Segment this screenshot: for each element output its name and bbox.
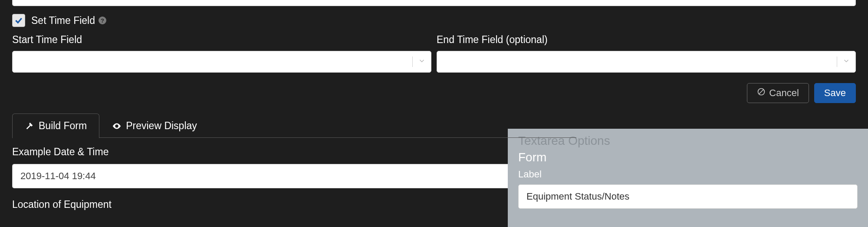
start-time-label: Start Time Field (12, 34, 431, 46)
start-time-col: Start Time Field (12, 34, 431, 73)
chevron-down-icon (418, 56, 426, 67)
eye-icon (112, 121, 122, 131)
chevron-down-icon (842, 56, 850, 67)
button-row: Cancel Save (12, 83, 856, 103)
panel-label: Label (518, 169, 858, 180)
set-time-field-row: Set Time Field ? (12, 14, 856, 27)
cancel-button[interactable]: Cancel (747, 83, 809, 103)
svg-line-1 (759, 90, 763, 94)
save-label: Save (824, 87, 846, 99)
save-button[interactable]: Save (814, 83, 856, 103)
example-date-input[interactable] (12, 164, 558, 188)
date-input-group (12, 164, 582, 188)
textarea-options-panel: Textarea Options Form Label (508, 129, 868, 227)
select-divider (412, 57, 413, 67)
help-icon[interactable]: ? (99, 17, 106, 24)
tab-preview-label: Preview Display (126, 120, 197, 132)
tab-build-label: Build Form (39, 120, 87, 132)
cancel-icon (757, 87, 766, 99)
select-divider (837, 57, 837, 67)
tab-build-form[interactable]: Build Form (12, 114, 99, 138)
panel-label-input[interactable] (518, 184, 858, 209)
start-time-select[interactable] (12, 51, 431, 73)
time-fields-row: Start Time Field End Time Field (optiona… (12, 34, 856, 73)
tab-preview-display[interactable]: Preview Display (99, 114, 210, 138)
end-time-select[interactable] (437, 51, 856, 73)
cancel-label: Cancel (769, 87, 799, 99)
check-icon (14, 16, 23, 25)
panel-section: Form (518, 150, 858, 164)
panel-title: Textarea Options (518, 134, 858, 148)
set-time-field-label: Set Time Field ? (31, 15, 106, 27)
hammer-icon (25, 121, 34, 131)
end-time-label: End Time Field (optional) (437, 34, 856, 46)
top-input-partial[interactable] (12, 0, 856, 6)
end-time-col: End Time Field (optional) (437, 34, 856, 73)
set-time-field-text: Set Time Field (31, 15, 95, 27)
set-time-field-checkbox[interactable] (12, 14, 25, 27)
